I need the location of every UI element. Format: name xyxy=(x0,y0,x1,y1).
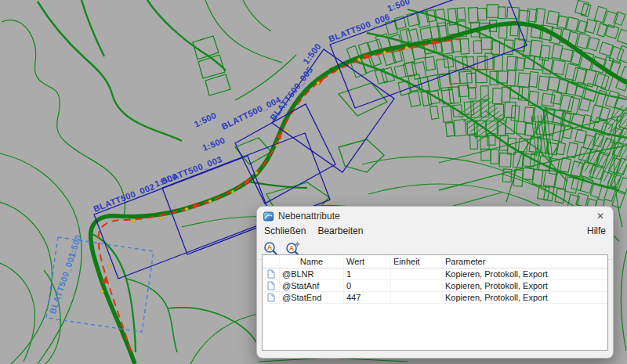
table-row[interactable]: @StatEnd 447 Kopieren, Protokoll, Export xyxy=(263,292,607,304)
application-window: BLATT500_001 1:500 BLATT500_002 1:500 BL… xyxy=(0,0,627,364)
dialog-title: Nebenattribute xyxy=(278,211,589,222)
cell-name: @StatEnd xyxy=(280,292,344,303)
sheet-scale-006: 1:500 xyxy=(386,0,411,13)
parcel-outlines xyxy=(193,36,564,216)
cell-wert: 0 xyxy=(344,280,391,291)
column-header-wert[interactable]: Wert xyxy=(344,255,391,268)
menu-item-bearbeiten[interactable]: Bearbeiten xyxy=(317,225,363,236)
attribute-file-icon xyxy=(263,280,280,291)
cell-name: @StatAnf xyxy=(280,280,344,291)
column-header-einheit[interactable]: Einheit xyxy=(391,255,443,268)
dialog-titlebar[interactable]: Nebenattribute ✕ xyxy=(257,207,613,223)
cell-parameter: Kopieren, Protokoll, Export xyxy=(443,280,607,291)
attributes-table[interactable]: Name Wert Einheit Parameter @BLNR 1 Kopi… xyxy=(262,254,608,351)
dialog-app-icon xyxy=(263,211,274,222)
menu-item-schliessen[interactable]: Schließen xyxy=(264,225,306,236)
table-row[interactable]: @BLNR 1 Kopieren, Protokoll, Export xyxy=(263,268,607,280)
urban-blocks xyxy=(346,0,627,216)
sheet-label-002: BLATT500_002 xyxy=(92,182,156,214)
dialog-menubar: Schließen Bearbeiten Hilfe xyxy=(257,223,613,237)
svg-text:A: A xyxy=(266,243,272,251)
cell-parameter: Kopieren, Protokoll, Export xyxy=(443,268,607,279)
close-icon[interactable]: ✕ xyxy=(594,210,607,222)
svg-text:A: A xyxy=(288,244,294,252)
cell-wert: 447 xyxy=(344,292,391,303)
table-row[interactable]: @StatAnf 0 Kopieren, Protokoll, Export xyxy=(263,280,607,292)
column-header-name[interactable]: Name xyxy=(280,255,344,268)
cell-einheit xyxy=(391,280,443,291)
header-icon-spacer xyxy=(263,255,280,268)
cell-einheit xyxy=(391,292,443,303)
sheet-label-003: BLATT500_003 xyxy=(159,154,223,186)
sheet-scale-004: 1:500 xyxy=(193,110,218,129)
column-header-parameter[interactable]: Parameter xyxy=(443,255,607,268)
sheet-scale-005: 1:500 xyxy=(301,41,323,66)
attribute-file-icon xyxy=(263,268,280,279)
cell-parameter: Kopieren, Protokoll, Export xyxy=(443,292,607,303)
nebenattribute-dialog: Nebenattribute ✕ Schließen Bearbeiten Hi… xyxy=(256,206,614,359)
sheet-scale-003: 1:500 xyxy=(201,135,226,153)
cell-wert: 1 xyxy=(344,268,391,279)
attribute-file-icon xyxy=(263,292,280,303)
sheet-scale-001: 1:500 xyxy=(67,233,83,258)
table-header-row: Name Wert Einheit Parameter xyxy=(263,255,607,268)
cell-name: @BLNR xyxy=(280,268,344,279)
sheet-label-006: BLATT500_006 xyxy=(327,12,391,44)
cell-einheit xyxy=(391,268,443,279)
menu-item-hilfe[interactable]: Hilfe xyxy=(587,225,606,236)
